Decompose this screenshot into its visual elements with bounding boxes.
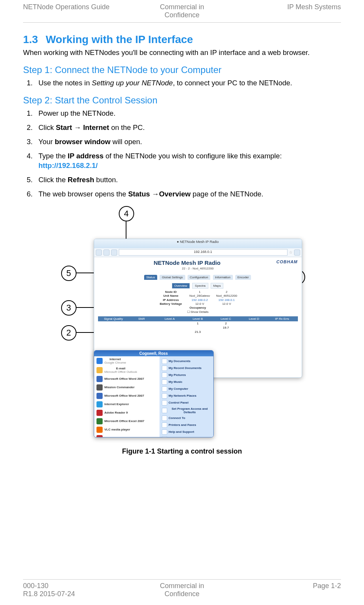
start-item[interactable]: Mission Commander [94, 383, 160, 392]
page-footer: 000-130 R1.8 2015-07-24 Commercial in Co… [23, 579, 341, 598]
overview-data: Node ID12 Unit NameNod_28GatesvNod_46512… [98, 290, 298, 314]
hdr-right: IP Mesh Systems [235, 3, 341, 19]
start-right-item[interactable]: Printers and Faxes [161, 422, 212, 429]
start-item[interactable]: InternetGoogle Chrome [94, 356, 160, 366]
start-right-item[interactable]: Set Program Access and Defaults [161, 406, 212, 415]
start-right-item[interactable]: My Recent Documents [161, 365, 212, 372]
refresh-button[interactable] [111, 249, 117, 256]
start-right-item[interactable]: My Network Places [161, 392, 212, 399]
tab-info[interactable]: Information [213, 275, 233, 280]
page-subtitle: 22 - 2 - Nod_46512200 [98, 267, 298, 270]
menu-button[interactable] [294, 249, 300, 256]
back-button[interactable] [96, 249, 102, 256]
step1-heading: Step 1: Connect the NETNode to your Comp… [23, 65, 341, 75]
start-item[interactable]: VLC media player [94, 425, 160, 434]
start-item[interactable]: E-mailMicrosoft Office Outlook [94, 366, 160, 375]
start-left-column: InternetGoogle ChromeE-mailMicrosoft Off… [94, 356, 160, 437]
address-bar[interactable]: 192.168.0.1 [119, 249, 288, 256]
callout-2: 2 [61, 325, 76, 341]
start-item[interactable]: Internet Explorer [94, 400, 160, 409]
start-menu-user: Cogswell, Ross [94, 351, 213, 356]
start-right-item[interactable]: My Pictures [161, 372, 212, 379]
show-details-checkbox[interactable]: ☐ Show Details [187, 310, 209, 314]
callout-5: 5 [61, 266, 76, 281]
step2-item-4: Type the IP address of the NETNode you w… [35, 151, 341, 171]
example-url: http://192.168.2.1/ [38, 161, 98, 170]
start-right-item[interactable]: Connect To [161, 415, 212, 422]
start-right-column: My DocumentsMy Recent DocumentsMy Pictur… [160, 356, 213, 437]
secondary-tabs: Overview Spectra Maps [98, 280, 298, 289]
start-right-item[interactable]: My Documents [161, 358, 212, 365]
start-item[interactable]: Adobe Reader 9 [94, 409, 160, 417]
subtab-spectra[interactable]: Spectra [192, 283, 208, 289]
step2-item-6: The web browser opens the Status →Overvi… [35, 189, 341, 199]
step2-heading: Step 2: Start the Control Session [23, 95, 341, 106]
start-right-item[interactable]: Search [161, 435, 212, 437]
hdr-left: NETNode Operations Guide [23, 3, 129, 19]
step2-item-1: Power up the NETNode. [35, 109, 341, 118]
ip-link-2[interactable]: 192.168.0.1 [213, 298, 240, 302]
start-item[interactable]: Microsoft Office Word 2007 [94, 392, 160, 400]
section-intro: When working with NETNodes you'll be con… [23, 48, 341, 58]
start-item[interactable]: Microsoft Office Excel 2007 [94, 417, 160, 425]
subtab-overview[interactable]: Overview [172, 283, 190, 289]
tab-status[interactable]: Status [144, 275, 158, 280]
start-right-item[interactable]: My Music [161, 379, 212, 386]
ip-link-1[interactable]: 192.168.0.2 [186, 298, 213, 302]
step1-item-1: Use the notes in Setting up your NETNode… [35, 78, 341, 88]
hdr-center: Commercial in Confidence [129, 3, 235, 19]
page-header: NETNode Operations Guide Commercial in C… [23, 0, 341, 23]
start-item[interactable]: Microsoft Office Word 2007 [94, 375, 160, 383]
browser-tab[interactable]: ● NETNode Mesh IP Radio [94, 239, 302, 248]
step2-item-3: Your browser window will open. [35, 137, 341, 147]
callout-3: 3 [61, 300, 76, 316]
section-heading: 1.3Working with the IP Interface [23, 33, 341, 46]
start-menu: Cogswell, Ross InternetGoogle ChromeE-ma… [94, 350, 214, 437]
start-item[interactable]: Basic Video Stream Player [94, 434, 160, 437]
subtab-maps[interactable]: Maps [211, 283, 224, 289]
start-right-item[interactable]: Control Panel [161, 399, 212, 406]
bookmark-icon[interactable]: ☆ [289, 250, 293, 254]
screenshot-composite: 4 5 3 2 6 ● NETNode Mesh IP Radio 192.16… [61, 206, 303, 437]
signal-table: Signal Quality SNR Level A Level B Level… [98, 316, 298, 334]
primary-tabs: Status Global Settings Configuration Inf… [98, 272, 298, 280]
tab-encoder[interactable]: Encoder [235, 275, 251, 280]
step2-item-2: Click Start → Internet on the PC. [35, 123, 341, 133]
callout-4: 4 [119, 206, 134, 221]
figure-caption: Figure 1-1 Starting a control session [23, 447, 341, 455]
start-right-item[interactable]: Help and Support [161, 429, 212, 435]
figure-1-1: 4 5 3 2 6 ● NETNode Mesh IP Radio 192.16… [23, 206, 341, 455]
step2-item-5: Click the Refresh button. [35, 175, 341, 185]
forward-button[interactable] [103, 249, 110, 256]
page-title: NETNode Mesh IP Radio [98, 259, 298, 266]
start-right-item[interactable]: My Computer [161, 386, 212, 392]
browser-toolbar: 192.168.0.1 ☆ [94, 248, 302, 257]
tab-global[interactable]: Global Settings [160, 275, 185, 280]
brand-logo: COBHAM [276, 259, 298, 264]
tab-config[interactable]: Configuration [188, 275, 211, 280]
